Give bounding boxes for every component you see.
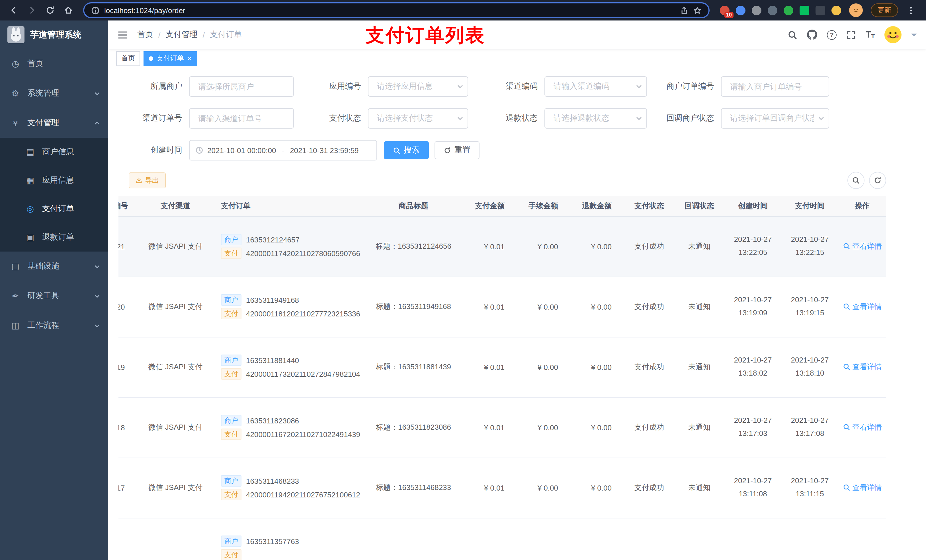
help-icon[interactable]: ? bbox=[827, 30, 837, 39]
search-icon[interactable] bbox=[788, 30, 797, 39]
filter-row-2: 渠道订单号 支付状态 请选择支付状态 退款状态 请选择退款状态 回调商户状态 请… bbox=[118, 108, 886, 128]
fullscreen-icon[interactable] bbox=[846, 30, 856, 39]
col-fee-amount: 手续金额 bbox=[517, 196, 570, 216]
browser-menu-icon[interactable] bbox=[905, 6, 916, 14]
col-pay-time: 支付时间 bbox=[781, 196, 838, 216]
view-detail-link[interactable]: 查看详情 bbox=[843, 362, 882, 372]
pay-tag: 支付 bbox=[221, 489, 242, 500]
back-icon[interactable] bbox=[6, 2, 22, 18]
view-detail-link[interactable]: 查看详情 bbox=[843, 241, 882, 252]
tab-home[interactable]: 首页 bbox=[116, 51, 140, 66]
order-cell: 商户1635311357763 支付 bbox=[213, 518, 363, 560]
extension-icon[interactable] bbox=[784, 5, 793, 15]
site-info-icon[interactable] bbox=[91, 6, 100, 15]
refund-status-select[interactable]: 请选择退款状态 bbox=[545, 108, 647, 128]
extension-icon[interactable] bbox=[736, 5, 746, 15]
app-label: 应用编号 bbox=[294, 82, 368, 92]
caret-down-icon[interactable] bbox=[911, 33, 917, 39]
toggle-search-icon[interactable] bbox=[847, 172, 864, 189]
merchant-tag: 商户 bbox=[221, 475, 242, 487]
breadcrumb-payment[interactable]: 支付管理 bbox=[166, 30, 198, 40]
merchant-order-no-input[interactable] bbox=[721, 76, 829, 97]
reset-button[interactable]: 重置 bbox=[434, 141, 480, 159]
view-detail-link[interactable]: 查看详情 bbox=[843, 422, 882, 433]
sidebar-item-home[interactable]: ◷ 首页 bbox=[0, 49, 108, 78]
table-row-partial: 商户1635311357763 支付 bbox=[118, 518, 886, 560]
font-size-icon[interactable]: TT bbox=[865, 30, 875, 39]
chevron-down-icon bbox=[635, 115, 642, 122]
extension-icon[interactable]: 10 bbox=[720, 5, 729, 15]
filter-row-3: 创建时间 2021-10-01 00:00:00 - 2021-10-31 23… bbox=[118, 140, 886, 160]
sidebar-item-system[interactable]: ⚙ 系统管理 bbox=[0, 78, 108, 108]
sidebar-item-app-info[interactable]: ▦ 应用信息 bbox=[0, 166, 108, 195]
sidebar-item-workflow[interactable]: ◫ 工作流程 bbox=[0, 311, 108, 340]
document-icon: ▣ bbox=[25, 232, 35, 242]
navbar-actions: ? TT bbox=[788, 26, 917, 43]
view-detail-link[interactable]: 查看详情 bbox=[843, 483, 882, 493]
workflow-icon: ◫ bbox=[10, 320, 21, 331]
sidebar-item-payment[interactable]: ¥ 支付管理 bbox=[0, 108, 108, 138]
channel-order-no-input[interactable] bbox=[189, 108, 294, 128]
extension-icon[interactable] bbox=[831, 5, 841, 15]
sidebar-item-merchant-info[interactable]: ▤ 商户信息 bbox=[0, 138, 108, 166]
date-end[interactable]: 2021-10-31 23:59:59 bbox=[290, 146, 359, 154]
extension-icon[interactable] bbox=[816, 5, 825, 15]
order-cell: 商户1635311823086 支付4200001167202110271022… bbox=[213, 397, 363, 457]
browser-toolbar: localhost:1024/pay/order 10 更新 bbox=[0, 0, 926, 21]
user-avatar[interactable] bbox=[884, 26, 902, 43]
status-cell: 支付成功 bbox=[624, 216, 674, 276]
extension-icon[interactable] bbox=[752, 5, 761, 15]
sidebar-toggle-icon[interactable] bbox=[117, 29, 128, 40]
chevron-down-icon bbox=[94, 293, 100, 299]
forward-icon[interactable] bbox=[24, 2, 40, 18]
sidebar-item-pay-order[interactable]: ◎ 支付订单 bbox=[0, 195, 108, 223]
channel-code-select[interactable]: 请输入渠道编码 bbox=[545, 76, 647, 97]
pay-status-select[interactable]: 请选择支付状态 bbox=[368, 108, 468, 128]
page-content: 所属商户 应用编号 请选择应用信息 渠道编码 请输入渠道编码 商户订单编号 bbox=[108, 68, 926, 560]
refund-status-label: 退款状态 bbox=[468, 113, 545, 124]
reload-icon[interactable] bbox=[42, 2, 58, 18]
date-start[interactable]: 2021-10-01 00:00:00 bbox=[207, 146, 276, 154]
card-icon: ▤ bbox=[25, 147, 35, 157]
table-toolbar: 导出 bbox=[118, 172, 886, 189]
col-id: 编号 bbox=[118, 196, 138, 216]
sidebar-item-dev-tools[interactable]: ✒ 研发工具 bbox=[0, 281, 108, 311]
sidebar-item-infrastructure[interactable]: ▢ 基础设施 bbox=[0, 252, 108, 281]
export-button[interactable]: 导出 bbox=[129, 172, 166, 189]
browser-update-button[interactable]: 更新 bbox=[871, 3, 898, 17]
merchant-tag: 商户 bbox=[221, 294, 242, 306]
view-detail-link[interactable]: 查看详情 bbox=[843, 302, 882, 312]
breadcrumb-current: 支付订单 bbox=[210, 30, 242, 40]
monitor-icon: ▢ bbox=[10, 261, 21, 272]
search-button[interactable]: 搜索 bbox=[384, 141, 429, 159]
tab-close-icon[interactable]: × bbox=[188, 54, 192, 62]
app-select[interactable]: 请选择应用信息 bbox=[368, 76, 468, 97]
col-notify: 回调状态 bbox=[674, 196, 725, 216]
address-bar[interactable]: localhost:1024/pay/order bbox=[83, 2, 710, 18]
title-cell: 标题：1635311881439 bbox=[363, 337, 464, 397]
merchant-tag: 商户 bbox=[221, 536, 242, 547]
browser-profile-avatar[interactable] bbox=[849, 3, 863, 17]
date-separator: - bbox=[280, 146, 286, 154]
breadcrumb-home[interactable]: 首页 bbox=[137, 30, 153, 40]
sidebar: 芋道管理系统 ◷ 首页 ⚙ 系统管理 ¥ 支付管理 ▤ 商户信息 bbox=[0, 21, 108, 560]
url-text[interactable]: localhost:1024/pay/order bbox=[104, 6, 675, 15]
home-icon[interactable] bbox=[61, 2, 76, 18]
merchant-input[interactable] bbox=[189, 76, 294, 97]
extension-icon[interactable] bbox=[768, 5, 777, 15]
bookmark-star-icon[interactable] bbox=[693, 6, 702, 15]
share-icon[interactable] bbox=[680, 6, 688, 15]
screen: localhost:1024/pay/order 10 更新 bbox=[0, 0, 926, 560]
order-cell: 商户1635311881440 支付4200001173202110272847… bbox=[213, 337, 363, 397]
callback-status-select[interactable]: 请选择订单回调商户状态 bbox=[721, 108, 829, 128]
sidebar-item-refund-order[interactable]: ▣ 退款订单 bbox=[0, 223, 108, 252]
date-range-input[interactable]: 2021-10-01 00:00:00 - 2021-10-31 23:59:5… bbox=[189, 140, 377, 160]
tab-pay-order[interactable]: 支付订单 × bbox=[144, 51, 197, 66]
github-icon[interactable] bbox=[807, 30, 817, 40]
extension-icon[interactable] bbox=[800, 5, 809, 15]
app-logo[interactable]: 芋道管理系统 bbox=[0, 21, 108, 49]
table-row: 17 微信 JSAPI 支付 商户1635311468233 支付4200001… bbox=[118, 457, 886, 518]
merchant-tag: 商户 bbox=[221, 415, 242, 426]
pay-tag: 支付 bbox=[221, 308, 242, 319]
refresh-icon[interactable] bbox=[869, 172, 886, 189]
